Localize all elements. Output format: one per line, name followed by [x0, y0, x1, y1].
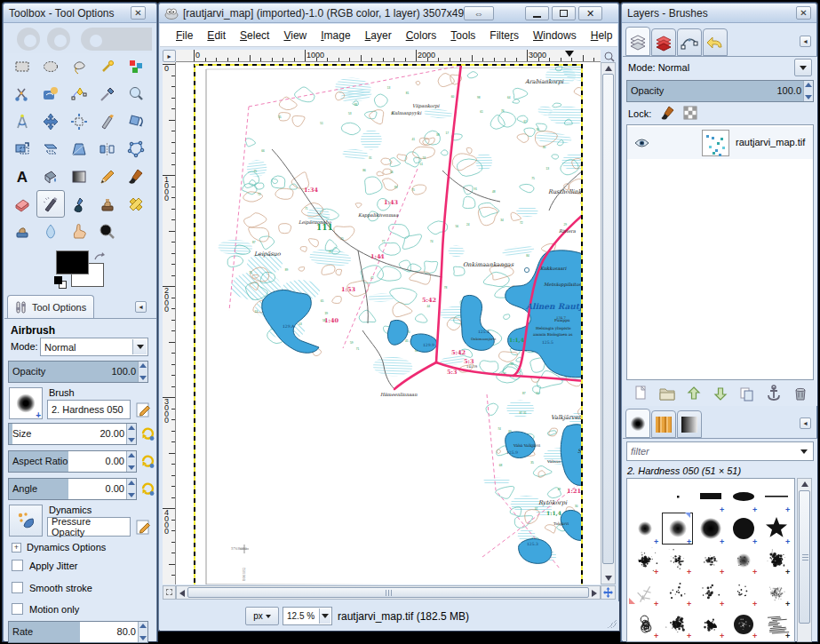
angle-slider[interactable]: Angle 0.00	[8, 478, 137, 500]
quick-mask-toggle[interactable]	[163, 585, 176, 600]
lock-pixels-icon[interactable]	[658, 104, 678, 122]
tab-layers[interactable]	[625, 27, 650, 56]
menu-help[interactable]: Help	[584, 26, 620, 45]
tab-gradients[interactable]	[677, 410, 702, 438]
maximize-button[interactable]	[552, 6, 576, 20]
brush-noise-fine[interactable]	[760, 640, 792, 642]
tool-crop[interactable]	[93, 107, 122, 135]
tool-ellipse-select[interactable]	[36, 52, 65, 80]
raise-layer-button[interactable]	[683, 384, 705, 403]
layer-opacity-slider[interactable]: Opacity 100.0	[626, 80, 814, 102]
ruler-origin-button[interactable]: ▸	[163, 50, 176, 62]
horizontal-ruler[interactable]: 0100020003000	[176, 50, 601, 62]
apply-jitter-checkbox[interactable]	[12, 560, 23, 571]
smooth-stroke-checkbox[interactable]	[12, 582, 23, 593]
image-titlebar[interactable]: [rautjarvi_map] (imported)-1.0 (RGB colo…	[159, 4, 618, 23]
navigation-button[interactable]	[601, 585, 616, 600]
tool-rect-select[interactable]	[8, 52, 36, 80]
menu-edit[interactable]: Edit	[200, 26, 233, 45]
rate-slider[interactable]: Rate 80.0	[8, 621, 148, 643]
tool-paintbrush[interactable]	[122, 163, 150, 190]
swap-colors-icon[interactable]	[92, 251, 107, 264]
zoom-dropdown-arrow[interactable]	[319, 608, 330, 624]
delete-layer-button[interactable]	[790, 384, 811, 403]
tool-fuzzy-select[interactable]	[93, 52, 122, 80]
foreground-color-swatch[interactable]	[56, 250, 89, 274]
tool-ink[interactable]	[65, 190, 93, 218]
tool-gradient[interactable]	[65, 163, 93, 190]
tab-patterns[interactable]	[651, 410, 676, 438]
layer-mode-dropdown[interactable]	[794, 59, 812, 76]
layer-row[interactable]: rautjarvi_map.tif	[627, 127, 813, 159]
brush-noise-dark[interactable]	[728, 640, 759, 642]
anchor-layer-button[interactable]	[763, 384, 784, 403]
tab-brushes[interactable]	[625, 409, 650, 438]
menu-select[interactable]: Select	[233, 26, 276, 45]
tool-align[interactable]	[65, 107, 93, 135]
layer-visible-icon[interactable]	[634, 138, 649, 148]
vertical-scrollbar[interactable]	[601, 62, 616, 584]
tool-smudge[interactable]	[65, 218, 93, 245]
layer-thumbnail[interactable]	[702, 130, 729, 156]
reset-size-icon[interactable]	[139, 425, 155, 441]
tool-clone[interactable]	[93, 190, 122, 218]
tool-select-by-color[interactable]	[122, 52, 150, 80]
rate-spin[interactable]	[138, 622, 147, 642]
horizontal-scrollbar[interactable]	[176, 585, 601, 600]
layers-close-button[interactable]: ✕	[796, 6, 811, 20]
tool-perspective[interactable]	[65, 135, 93, 163]
panel-menu-button[interactable]: ◂	[135, 301, 147, 313]
opacity-spin[interactable]	[138, 362, 147, 382]
tool-bucket-fill[interactable]	[36, 163, 65, 190]
unit-select[interactable]: px	[245, 607, 279, 625]
close-button[interactable]: ✕	[578, 6, 602, 20]
tool-cage-transform[interactable]	[122, 135, 150, 163]
aspect-spin[interactable]	[126, 451, 136, 472]
brush-pebbles[interactable]	[629, 640, 660, 642]
brush-scrollbar[interactable]	[797, 478, 812, 642]
duplicate-layer-button[interactable]	[736, 384, 758, 403]
tab-undo[interactable]	[703, 28, 728, 56]
toolbox-titlebar[interactable]: Toolbox - Tool Options ✕	[4, 4, 156, 23]
layers-titlebar[interactable]: Layers - Brushes ✕	[622, 4, 816, 23]
tool-paths[interactable]	[65, 80, 93, 107]
edit-dynamics-icon[interactable]	[134, 518, 152, 536]
dynamics-name-field[interactable]: Pressure Opacity	[47, 517, 131, 537]
reset-aspect-icon[interactable]	[139, 453, 155, 469]
menu-windows[interactable]: Windows	[526, 26, 584, 45]
zoom-level-field[interactable]: 12.5 %	[283, 607, 332, 625]
tool-zoom[interactable]	[122, 80, 150, 107]
resize-grip[interactable]	[608, 619, 617, 628]
brush-hatch[interactable]	[662, 640, 693, 642]
tool-scissors[interactable]	[8, 80, 36, 107]
tool-shear[interactable]	[36, 135, 65, 163]
motion-only-checkbox[interactable]	[12, 603, 23, 615]
tool-eraser[interactable]	[8, 190, 36, 218]
new-layer-button[interactable]	[630, 384, 651, 403]
tab-channels[interactable]	[651, 28, 676, 56]
vertical-ruler[interactable]: 01000200030004000	[163, 62, 176, 584]
tab-paths[interactable]	[677, 28, 702, 56]
tool-free-select[interactable]	[65, 52, 93, 80]
tool-color-picker[interactable]	[93, 80, 122, 107]
tool-dodge-burn[interactable]	[93, 218, 122, 245]
tool-move[interactable]	[36, 107, 65, 135]
layer-opacity-spin[interactable]	[803, 81, 813, 101]
menu-tools[interactable]: Tools	[443, 26, 482, 45]
tool-text[interactable]: A	[8, 163, 36, 190]
brush-empty[interactable]	[629, 481, 660, 513]
dynamics-thumbnail-button[interactable]	[9, 505, 43, 537]
dynamics-options-expander[interactable]: + Dynamics Options	[12, 542, 106, 553]
menu-view[interactable]: View	[276, 26, 314, 45]
brush-fuzz-noise[interactable]	[695, 640, 726, 642]
opacity-slider[interactable]: Opacity 100.0	[8, 361, 148, 383]
default-colors-icon[interactable]	[54, 276, 67, 289]
toolbox-close-button[interactable]: ✕	[131, 6, 146, 20]
menu-colors[interactable]: Colors	[399, 26, 444, 45]
size-slider[interactable]: Size 20.00	[8, 423, 137, 445]
menu-layer[interactable]: Layer	[358, 26, 399, 45]
new-group-button[interactable]	[657, 384, 678, 403]
size-spin[interactable]	[126, 424, 136, 444]
lower-layer-button[interactable]	[710, 384, 731, 403]
angle-spin[interactable]	[126, 479, 136, 499]
